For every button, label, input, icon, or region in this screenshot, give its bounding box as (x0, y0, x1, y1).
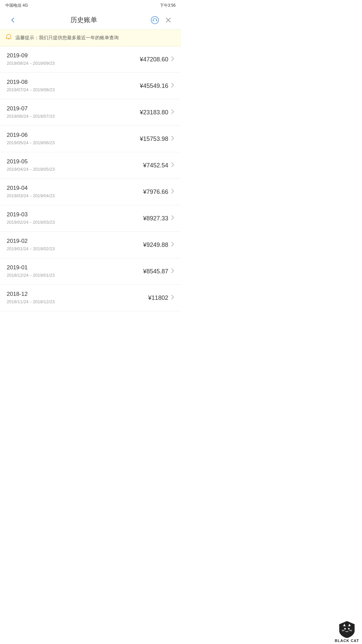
bill-right: ¥47208.60 (140, 56, 174, 63)
bill-amount: ¥9249.88 (143, 241, 168, 249)
page-title: 历史账单 (19, 15, 149, 24)
carrier-signal: 中国电信 4G (5, 3, 28, 8)
bill-amount: ¥8927.33 (143, 215, 168, 222)
bill-right: ¥11802 (148, 294, 174, 302)
bill-range: 2019/04/24－2019/05/23 (7, 166, 55, 172)
svg-point-0 (151, 16, 159, 24)
bill-month: 2018-12 (7, 291, 55, 298)
bill-range: 2019/03/24－2019/04/23 (7, 193, 55, 199)
bill-amount: ¥11802 (148, 294, 168, 302)
bill-month: 2019-09 (7, 52, 55, 59)
chevron-right-icon (171, 268, 174, 275)
bill-left: 2019-02 2019/01/24－2019/02/23 (7, 238, 55, 252)
notice-banner: 温馨提示：我们只提供您最多最近一年的账单查询 (0, 30, 181, 46)
bill-left: 2019-06 2019/05/24－2019/06/23 (7, 132, 55, 146)
header: 历史账单 (0, 11, 181, 30)
header-right-buttons (149, 14, 174, 26)
bill-range: 2018/11/24－2018/12/23 (7, 299, 55, 305)
bill-list-item[interactable]: 2019-04 2019/03/24－2019/04/23 ¥7976.66 (0, 179, 181, 205)
bill-list: 2019-09 2019/08/24－2019/09/23 ¥47208.60 … (0, 46, 181, 311)
svg-rect-2 (156, 20, 157, 21)
bill-list-item[interactable]: 2019-08 2019/07/24－2019/08/23 ¥45549.16 (0, 73, 181, 99)
bill-left: 2019-05 2019/04/24－2019/05/23 (7, 158, 55, 172)
chevron-right-icon (171, 241, 174, 248)
bill-amount: ¥45549.16 (140, 83, 168, 90)
status-bar: 中国电信 4G 下午3:56 (0, 0, 181, 11)
bill-amount: ¥7976.66 (143, 189, 168, 196)
bill-month: 2019-03 (7, 211, 55, 218)
time-display: 下午3:56 (160, 3, 176, 8)
chevron-right-icon (171, 136, 174, 142)
bill-right: ¥45549.16 (140, 83, 174, 90)
status-icons: 下午3:56 (160, 3, 176, 8)
bill-list-item[interactable]: 2019-02 2019/01/24－2019/02/23 ¥9249.88 (0, 232, 181, 258)
bill-range: 2019/06/24－2019/07/23 (7, 113, 55, 119)
bill-list-item[interactable]: 2019-07 2019/06/24－2019/07/23 ¥23183.80 (0, 99, 181, 126)
support-button[interactable] (149, 14, 161, 26)
bill-amount: ¥8545.87 (143, 268, 168, 275)
bill-list-item[interactable]: 2019-05 2019/04/24－2019/05/23 ¥7452.54 (0, 152, 181, 179)
back-button[interactable] (7, 14, 19, 26)
bill-list-item[interactable]: 2019-09 2019/08/24－2019/09/23 ¥47208.60 (0, 46, 181, 73)
bill-list-item[interactable]: 2019-03 2019/02/24－2019/03/23 ¥8927.33 (0, 205, 181, 232)
bill-month: 2019-07 (7, 105, 55, 112)
bill-month: 2019-05 (7, 158, 55, 165)
bill-right: ¥7976.66 (143, 189, 174, 196)
bill-month: 2019-06 (7, 132, 55, 139)
bill-right: ¥8927.33 (143, 215, 174, 222)
bill-right: ¥15753.98 (140, 136, 174, 143)
chevron-right-icon (171, 162, 174, 169)
bill-range: 2019/07/24－2019/08/23 (7, 87, 55, 93)
bill-left: 2018-12 2018/11/24－2018/12/23 (7, 291, 55, 305)
bill-list-item[interactable]: 2019-06 2019/05/24－2019/06/23 ¥15753.98 (0, 126, 181, 152)
bill-left: 2019-09 2019/08/24－2019/09/23 (7, 52, 55, 66)
bill-left: 2019-08 2019/07/24－2019/08/23 (7, 79, 55, 93)
chevron-right-icon (171, 215, 174, 222)
bill-amount: ¥23183.80 (140, 109, 168, 116)
bill-amount: ¥15753.98 (140, 136, 168, 143)
bill-list-item[interactable]: 2019-01 2018/12/24－2019/01/23 ¥8545.87 (0, 258, 181, 285)
bill-amount: ¥7452.54 (143, 162, 168, 169)
bill-range: 2019/01/24－2019/02/23 (7, 246, 55, 252)
chevron-right-icon (171, 109, 174, 116)
chevron-right-icon (171, 294, 174, 301)
bill-left: 2019-04 2019/03/24－2019/04/23 (7, 185, 55, 199)
bill-right: ¥9249.88 (143, 241, 174, 249)
chevron-right-icon (171, 189, 174, 195)
svg-rect-1 (153, 20, 154, 21)
bill-left: 2019-01 2018/12/24－2019/01/23 (7, 264, 55, 278)
notice-icon (5, 34, 12, 42)
bill-month: 2019-04 (7, 185, 55, 192)
bill-right: ¥8545.87 (143, 268, 174, 275)
notice-text: 温馨提示：我们只提供您最多最近一年的账单查询 (15, 35, 119, 41)
bill-left: 2019-03 2019/02/24－2019/03/23 (7, 211, 55, 225)
bill-right: ¥23183.80 (140, 109, 174, 116)
bill-range: 2019/02/24－2019/03/23 (7, 219, 55, 225)
bill-amount: ¥47208.60 (140, 56, 168, 63)
bill-month: 2019-08 (7, 79, 55, 86)
bill-month: 2019-01 (7, 264, 55, 271)
bill-left: 2019-07 2019/06/24－2019/07/23 (7, 105, 55, 119)
chevron-right-icon (171, 56, 174, 63)
bill-range: 2019/08/24－2019/09/23 (7, 60, 55, 66)
bill-list-item[interactable]: 2018-12 2018/11/24－2018/12/23 ¥11802 (0, 285, 181, 311)
bill-range: 2019/05/24－2019/06/23 (7, 140, 55, 146)
close-button[interactable] (162, 14, 174, 26)
chevron-right-icon (171, 83, 174, 89)
bill-range: 2018/12/24－2019/01/23 (7, 272, 55, 278)
bill-right: ¥7452.54 (143, 162, 174, 169)
bill-month: 2019-02 (7, 238, 55, 245)
svg-point-3 (6, 38, 7, 39)
